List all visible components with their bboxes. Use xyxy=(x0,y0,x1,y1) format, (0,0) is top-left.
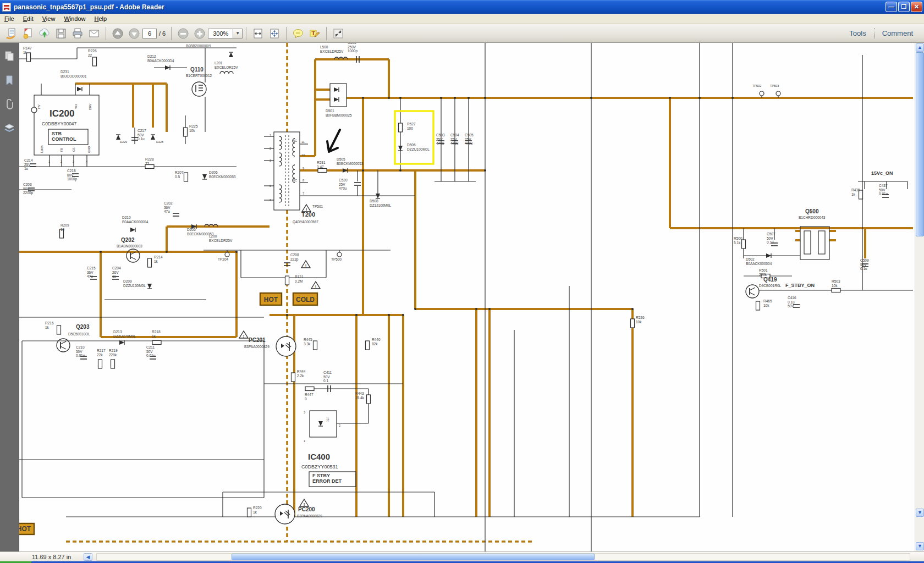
next-page-button[interactable] xyxy=(127,26,141,41)
svg-text:STBCONTROL: STBCONTROL xyxy=(52,131,76,142)
email-button[interactable] xyxy=(87,26,101,41)
svg-text:HOT: HOT xyxy=(19,525,31,533)
svg-text:Q203: Q203 xyxy=(76,324,90,330)
bookmarks-icon[interactable] xyxy=(4,75,15,86)
svg-text:R50310k: R50310k xyxy=(832,279,840,288)
svg-text:D502B0AACK000004: D502B0AACK000004 xyxy=(746,257,772,266)
svg-text:TP204: TP204 xyxy=(218,257,229,261)
window-title: panasonic_tnpa5567p1_psu.pdf - Adobe Rea… xyxy=(14,3,164,11)
svg-text:C21050V0.01u: C21050V0.01u xyxy=(76,345,85,357)
toolbar: / 6 300% ▼ xyxy=(0,24,924,43)
scroll-up-button[interactable]: ▲ xyxy=(916,43,924,52)
fullscreen-button[interactable] xyxy=(331,26,345,41)
svg-text:R22822: R22822 xyxy=(145,157,154,165)
menu-edit[interactable]: Edit xyxy=(19,14,38,23)
zoom-dropdown-arrow[interactable]: ▼ xyxy=(233,29,243,38)
share-button[interactable] xyxy=(37,26,52,41)
page-dimensions-label: 11.69 x 8.27 in xyxy=(32,554,71,560)
open-button[interactable] xyxy=(4,26,19,41)
svg-text:2: 2 xyxy=(339,424,340,427)
close-button[interactable]: ✕ xyxy=(911,2,922,12)
scroll-down-button[interactable]: ▼ xyxy=(916,509,924,517)
svg-text:5: 5 xyxy=(270,184,271,187)
horizontal-scrollbar[interactable] xyxy=(96,553,910,561)
zoom-level-value[interactable]: 300% xyxy=(208,29,233,38)
svg-text:R20910: R20910 xyxy=(61,223,69,231)
open-icon xyxy=(6,27,18,40)
vertical-scroll-thumb[interactable] xyxy=(916,52,924,236)
minimize-button[interactable]: — xyxy=(886,2,897,12)
svg-text:!: ! xyxy=(305,263,307,268)
svg-text:C50525V470u: C50525V470u xyxy=(465,133,474,145)
maximize-button[interactable]: ❐ xyxy=(898,2,910,12)
svg-text:R1210.2M: R1210.2M xyxy=(295,275,304,283)
svg-text:R4442.2k: R4442.2k xyxy=(297,369,306,378)
document-canvas[interactable]: !!!!!R1471kR22622B0BB20000009D212B0AACK0… xyxy=(19,43,915,551)
menu-window[interactable]: Window xyxy=(59,14,90,23)
svg-text:R44315.4k: R44315.4k xyxy=(355,391,365,400)
arrow-annotation xyxy=(327,130,340,152)
sticky-note-button[interactable] xyxy=(291,26,305,41)
print-button[interactable] xyxy=(70,26,85,41)
svg-text:Q202: Q202 xyxy=(121,237,135,243)
svg-text:C50950V0.1u: C50950V0.1u xyxy=(860,258,869,271)
zoom-out-button[interactable] xyxy=(176,26,190,41)
fullscreen-icon xyxy=(332,27,344,40)
svg-text:B3PAA0000829: B3PAA0000829 xyxy=(297,514,322,518)
svg-text:TP503: TP503 xyxy=(770,84,779,87)
toolbar-separator xyxy=(326,27,327,40)
page-down-icon xyxy=(128,27,140,40)
attachments-icon[interactable] xyxy=(4,99,15,110)
menu-view[interactable]: View xyxy=(38,14,60,23)
svg-text:D501B0FBBM000025: D501B0FBBM000025 xyxy=(326,109,352,117)
svg-text:!: ! xyxy=(315,284,317,289)
horizontal-scroll-thumb[interactable] xyxy=(232,554,595,560)
svg-text:12: 12 xyxy=(301,153,305,157)
print-icon xyxy=(72,27,84,40)
fit-width-button[interactable] xyxy=(251,26,265,41)
svg-text:D209DZZU150M0L: D209DZZU150M0L xyxy=(123,279,146,288)
create-pdf-button[interactable] xyxy=(21,26,35,41)
svg-text:C21150V0.01u: C21150V0.01u xyxy=(146,345,156,357)
fit-page-icon xyxy=(268,27,280,40)
svg-text:D9CB001R0L: D9CB001R0L xyxy=(759,284,781,288)
menu-file[interactable]: File xyxy=(0,14,19,23)
menu-help[interactable]: Help xyxy=(90,14,112,23)
page-thumbnails-icon[interactable] xyxy=(4,51,15,62)
svg-text:C21425V1u: C21425V1u xyxy=(24,158,33,170)
svg-text:C41150V0.1: C41150V0.1 xyxy=(323,371,332,383)
highlight-text-button[interactable]: T xyxy=(307,26,322,41)
comment-button[interactable]: Comment xyxy=(882,29,913,37)
scroll-left-button[interactable]: ◀ xyxy=(84,553,92,561)
svg-text:R2070.5: R2070.5 xyxy=(175,170,184,179)
vertical-scrollbar[interactable]: ▲ ▼ ▼ xyxy=(915,43,924,551)
svg-text:F STBYERROR DET: F STBYERROR DET xyxy=(312,473,342,484)
adobe-reader-window: panasonic_tnpa5567p1_psu.pdf - Adobe Rea… xyxy=(0,0,924,563)
svg-text:2: 2 xyxy=(270,147,271,150)
layers-icon[interactable] xyxy=(4,123,15,134)
svg-text:D206B0ECKM000053: D206B0ECKM000053 xyxy=(209,170,236,179)
scroll-down-button-2[interactable]: ▼ xyxy=(916,542,924,550)
previous-page-button[interactable] xyxy=(111,26,125,41)
zoom-in-button[interactable] xyxy=(193,26,207,41)
title-bar[interactable]: panasonic_tnpa5567p1_psu.pdf - Adobe Rea… xyxy=(0,0,924,14)
svg-text:2: 2 xyxy=(61,160,62,163)
svg-text:3: 3 xyxy=(73,160,74,163)
svg-text:D505B0ECKM000053: D505B0ECKM000053 xyxy=(337,157,364,165)
fit-width-icon xyxy=(252,27,264,40)
svg-text:B0BB20000009: B0BB20000009 xyxy=(186,44,211,48)
svg-text:3: 3 xyxy=(270,159,271,162)
svg-text:C0DBZYY00531: C0DBZYY00531 xyxy=(301,464,338,470)
page-number-input[interactable] xyxy=(142,29,157,38)
tools-button[interactable]: Tools xyxy=(849,29,866,37)
svg-text:C52025V470u: C52025V470u xyxy=(339,178,348,190)
zoom-in-icon xyxy=(194,27,206,40)
fit-page-button[interactable] xyxy=(267,26,282,41)
svg-text:D508DZ3J100M0L: D508DZ3J100M0L xyxy=(370,199,391,207)
svg-text:R219220k: R219220k xyxy=(109,349,118,357)
svg-text:D506DZZU100M0L: D506DZZU100M0L xyxy=(407,143,430,151)
save-button[interactable] xyxy=(54,26,68,41)
share-icon xyxy=(38,27,51,40)
svg-text:R501220k: R501220k xyxy=(759,268,768,277)
highlight-text-icon: T xyxy=(309,27,321,40)
